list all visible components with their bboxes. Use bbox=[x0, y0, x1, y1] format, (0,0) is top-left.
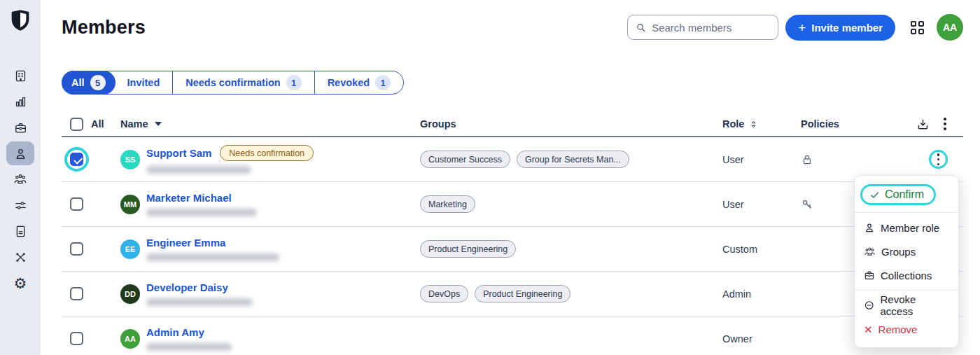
member-name-link[interactable]: Admin Amy bbox=[146, 326, 204, 338]
avatar: EE bbox=[120, 239, 140, 259]
admin-console-window: ⚙ Members + Invite member AA All bbox=[0, 0, 980, 355]
menu-divider bbox=[855, 290, 958, 291]
filter-revoked-label: Revoked bbox=[328, 77, 370, 88]
filter-all-count: 5 bbox=[90, 75, 106, 90]
menu-item-revoke-access[interactable]: Revoke access bbox=[855, 293, 958, 317]
column-header-name[interactable]: Name bbox=[120, 118, 420, 130]
table-row: MM Marketer Michael Marketing User bbox=[62, 182, 963, 227]
menu-item-confirm[interactable]: Confirm bbox=[855, 180, 958, 209]
member-name-link[interactable]: Support Sam bbox=[146, 147, 211, 159]
collections-icon bbox=[864, 270, 875, 281]
x-icon: ✕ bbox=[864, 324, 873, 335]
report-icon bbox=[14, 225, 27, 238]
sidebar-item-reporting[interactable] bbox=[6, 90, 34, 113]
sidebar-item-billing[interactable] bbox=[6, 116, 34, 139]
toolbox-icon bbox=[14, 121, 27, 134]
table-row: EE Engineer Emma Product Engineering Cus… bbox=[62, 227, 963, 272]
menu-item-remove[interactable]: ✕ Remove bbox=[855, 317, 958, 341]
search-members-box[interactable] bbox=[627, 15, 778, 40]
row-checkbox-checked[interactable] bbox=[70, 153, 83, 166]
app-switcher-icon[interactable] bbox=[911, 21, 924, 34]
bitwarden-logo-icon[interactable] bbox=[10, 9, 31, 32]
sidebar-item-integrations[interactable] bbox=[6, 245, 34, 269]
invite-member-button[interactable]: + Invite member bbox=[785, 15, 895, 41]
person-icon bbox=[864, 222, 875, 233]
filter-invited-label: Invited bbox=[127, 77, 160, 88]
network-icon bbox=[14, 251, 27, 264]
avatar: DD bbox=[120, 284, 140, 304]
filter-needs-confirmation[interactable]: Needs confirmation 1 bbox=[172, 71, 314, 94]
sidebar-item-policies[interactable] bbox=[6, 219, 34, 243]
row-checkbox-highlight-ring bbox=[70, 153, 83, 166]
topbar: Members + Invite member AA bbox=[62, 0, 963, 41]
table-row: SS Support Sam Needs confirmation Custom… bbox=[62, 137, 963, 182]
account-avatar[interactable]: AA bbox=[937, 14, 963, 41]
menu-item-groups[interactable]: Groups bbox=[855, 239, 958, 263]
lock-icon bbox=[801, 153, 813, 166]
avatar: SS bbox=[120, 150, 140, 169]
needs-confirmation-badge: Needs confirmation bbox=[220, 145, 314, 161]
select-all-checkbox[interactable] bbox=[70, 118, 83, 131]
sidebar-item-members[interactable] bbox=[6, 141, 34, 165]
row-checkbox[interactable] bbox=[70, 197, 83, 211]
filter-all[interactable]: All 5 bbox=[62, 71, 115, 95]
groups-icon bbox=[13, 172, 27, 186]
redacted-email bbox=[146, 298, 253, 306]
sidebar-item-collections[interactable] bbox=[6, 64, 34, 88]
filter-invited[interactable]: Invited bbox=[115, 71, 173, 94]
search-input[interactable] bbox=[652, 22, 770, 34]
groups-icon bbox=[864, 246, 876, 258]
minus-circle-icon bbox=[864, 300, 875, 311]
menu-item-collections[interactable]: Collections bbox=[855, 263, 958, 287]
confirm-highlight-ring: Confirm bbox=[860, 184, 936, 205]
sidebar-item-settings-sliders[interactable] bbox=[6, 193, 34, 217]
invite-member-label: Invite member bbox=[811, 22, 883, 34]
column-header-groups: Groups bbox=[420, 118, 722, 130]
group-chip: Marketing bbox=[420, 195, 475, 213]
redacted-email bbox=[146, 209, 257, 216]
sidebar: ⚙ bbox=[0, 0, 41, 355]
table-options-kebab-icon[interactable] bbox=[942, 116, 948, 131]
filter-revoked-count: 1 bbox=[375, 75, 391, 90]
member-name-link[interactable]: Marketer Michael bbox=[146, 192, 232, 204]
menu-item-member-role[interactable]: Member role bbox=[855, 216, 958, 239]
sidebar-item-groups[interactable] bbox=[6, 167, 34, 191]
table-row: DD Developer Daisy DevOps Product Engine… bbox=[62, 272, 963, 316]
member-name-link[interactable]: Developer Daisy bbox=[146, 281, 228, 293]
role-cell: User bbox=[722, 199, 801, 210]
column-header-policies: Policies bbox=[801, 118, 903, 130]
export-download-icon[interactable] bbox=[916, 118, 930, 131]
kebab-highlight-ring bbox=[929, 150, 948, 169]
menu-divider bbox=[855, 212, 958, 213]
members-table: All Name Groups Role Policies bbox=[62, 112, 963, 355]
row-checkbox[interactable] bbox=[70, 332, 83, 345]
role-cell: User bbox=[722, 154, 801, 165]
filter-needs-confirmation-count: 1 bbox=[286, 75, 302, 90]
plus-icon: + bbox=[798, 21, 806, 34]
group-chip: Product Engineering bbox=[475, 285, 570, 302]
role-cell: Admin bbox=[722, 288, 801, 300]
group-chip: Customer Success bbox=[420, 151, 510, 168]
bar-chart-icon bbox=[14, 95, 27, 109]
page-title: Members bbox=[62, 17, 146, 39]
key-icon bbox=[801, 198, 813, 211]
row-checkbox[interactable] bbox=[70, 242, 83, 256]
filter-revoked[interactable]: Revoked 1 bbox=[314, 71, 403, 94]
member-name-link[interactable]: Engineer Emma bbox=[146, 237, 225, 249]
group-chip: Product Engineering bbox=[420, 240, 516, 258]
search-icon bbox=[636, 22, 646, 34]
group-chip: DevOps bbox=[420, 285, 468, 302]
select-all-label: All bbox=[91, 118, 104, 130]
row-options-kebab-icon[interactable] bbox=[936, 152, 941, 167]
table-row: AA Admin Amy Owner bbox=[62, 316, 963, 355]
sidebar-nav: ⚙ bbox=[0, 64, 41, 295]
row-checkbox[interactable] bbox=[70, 287, 83, 300]
avatar: MM bbox=[120, 195, 140, 214]
building-icon bbox=[14, 69, 27, 83]
filter-needs-confirmation-label: Needs confirmation bbox=[186, 77, 280, 88]
role-cell: Owner bbox=[722, 333, 801, 344]
main-content: Members + Invite member AA All 5 bbox=[41, 0, 980, 355]
column-header-role[interactable]: Role bbox=[722, 118, 801, 130]
sidebar-item-settings[interactable]: ⚙ bbox=[6, 271, 34, 295]
check-icon bbox=[869, 190, 880, 200]
